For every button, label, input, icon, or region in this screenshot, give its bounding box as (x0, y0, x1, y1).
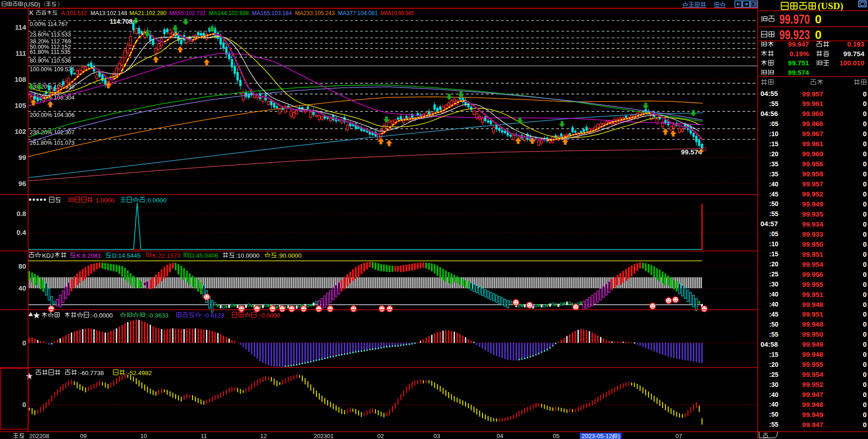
svg-text:0: 0 (863, 230, 867, 238)
svg-text:99.958: 99.958 (802, 170, 823, 178)
svg-text:0: 0 (815, 12, 821, 26)
svg-text:105: 105 (15, 101, 26, 109)
svg-text::25: :25 (769, 371, 778, 378)
svg-text:96: 96 (18, 180, 26, 187)
svg-text:0: 0 (863, 330, 867, 338)
svg-text::35: :35 (769, 170, 778, 178)
svg-text:261.80% 101.073: 261.80% 101.073 (30, 140, 75, 146)
svg-text:0: 0 (863, 130, 867, 138)
svg-text:0: 0 (863, 291, 867, 298)
svg-text:07: 07 (675, 433, 682, 439)
svg-text::35: :35 (769, 160, 778, 168)
svg-text::45: :45 (769, 190, 778, 198)
svg-text:MA165:103.184: MA165:103.184 (252, 10, 292, 16)
svg-text:04:58: 04:58 (761, 340, 778, 348)
svg-text:99.947: 99.947 (802, 421, 823, 428)
svg-text:99.948: 99.948 (802, 301, 823, 308)
svg-text:K:8.2081: K:8.2081 (76, 252, 101, 259)
svg-text::50: :50 (769, 321, 778, 328)
svg-text:99.574: 99.574 (788, 69, 809, 76)
svg-text::25: :25 (769, 270, 778, 278)
svg-text:108: 108 (15, 75, 26, 83)
svg-text:99.954: 99.954 (802, 370, 824, 378)
svg-text:MA13:102.148: MA13:102.148 (91, 10, 127, 16)
svg-text:99.574: 99.574 (681, 148, 702, 156)
svg-text:99.955: 99.955 (802, 360, 823, 368)
svg-text:K:22.1573: K:22.1573 (152, 252, 181, 259)
svg-text:99.961: 99.961 (802, 140, 823, 148)
svg-text:0: 0 (863, 170, 867, 178)
svg-text:102: 102 (15, 127, 26, 135)
svg-text:MA377:104.081: MA377:104.081 (338, 10, 378, 16)
svg-text:MA610:99.945: MA610:99.945 (380, 10, 414, 16)
svg-text::10.0000: :10.0000 (236, 252, 260, 259)
svg-text:0: 0 (863, 381, 867, 388)
svg-text::05: :05 (769, 230, 778, 238)
svg-text:): ) (618, 433, 620, 439)
svg-text:0: 0 (863, 340, 867, 348)
svg-text:202301: 202301 (314, 433, 333, 439)
svg-text:99.951: 99.951 (802, 291, 823, 298)
svg-text:0: 0 (863, 140, 867, 148)
svg-text:99.948: 99.948 (802, 320, 823, 328)
svg-text:0: 0 (863, 370, 867, 378)
svg-text:0.193: 0.193 (847, 40, 864, 48)
svg-text::-0.0000: :-0.0000 (90, 312, 113, 319)
svg-text:0.8: 0.8 (16, 210, 26, 217)
svg-text:12: 12 (260, 433, 267, 439)
svg-text:0: 0 (863, 110, 867, 117)
svg-text::-60.7738: :-60.7738 (78, 370, 104, 376)
svg-text::50: :50 (769, 411, 778, 418)
svg-text:(USD)〈: (USD)〈 (24, 1, 46, 8)
svg-text::05: :05 (769, 120, 778, 127)
svg-text:99.957: 99.957 (802, 90, 823, 98)
svg-text:0: 0 (863, 401, 867, 408)
svg-text:99.949: 99.949 (802, 340, 823, 348)
svg-text:0: 0 (863, 200, 867, 208)
svg-text:0: 0 (863, 150, 867, 158)
svg-text:MA144:102.938: MA144:102.938 (209, 10, 249, 16)
svg-text:K: K (29, 9, 34, 16)
svg-text:99.961: 99.961 (802, 100, 823, 107)
svg-text:03: 03 (434, 433, 440, 439)
svg-text:0: 0 (863, 301, 867, 308)
svg-text:99.948: 99.948 (802, 401, 823, 408)
svg-text:99.947: 99.947 (788, 40, 809, 48)
svg-text:0: 0 (863, 350, 867, 358)
svg-text::-0.6123: :-0.6123 (202, 312, 225, 319)
svg-text::30: :30 (769, 280, 778, 288)
svg-text:99.949: 99.949 (802, 411, 823, 418)
svg-text:100.010: 100.010 (840, 59, 864, 67)
svg-text:111: 111 (16, 49, 26, 57)
svg-text:99.970: 99.970 (779, 12, 810, 26)
svg-text:80.90% 110.536: 80.90% 110.536 (30, 58, 71, 64)
svg-text::20: :20 (769, 260, 778, 268)
svg-text:0: 0 (863, 260, 867, 268)
svg-text:40: 40 (18, 284, 26, 292)
svg-text:04:55: 04:55 (761, 90, 778, 97)
svg-text:99.949: 99.949 (802, 200, 823, 208)
svg-text:0: 0 (863, 120, 867, 127)
svg-text::55: :55 (769, 100, 778, 107)
svg-text:MA21:102.280: MA21:102.280 (129, 10, 166, 16)
svg-text:99.957: 99.957 (802, 180, 823, 188)
svg-text:0: 0 (863, 190, 867, 198)
svg-text:2023-05-12(: 2023-05-12( (582, 433, 614, 439)
svg-text:99.955: 99.955 (802, 280, 823, 288)
svg-text::-0.3633: :-0.3633 (146, 312, 169, 319)
svg-text::55: :55 (769, 331, 778, 338)
svg-text:99.952: 99.952 (802, 381, 823, 388)
svg-text::50: :50 (769, 200, 778, 207)
svg-text:02: 02 (377, 433, 384, 439)
svg-text::-52.4982: :-52.4982 (126, 370, 152, 376)
svg-text::40: :40 (769, 291, 778, 298)
svg-text::30: :30 (769, 381, 778, 388)
svg-text:11: 11 (201, 433, 207, 439)
svg-text:0.4: 0.4 (16, 228, 27, 236)
svg-text:0.19%: 0.19% (789, 50, 809, 58)
svg-text:MA233:105.243: MA233:105.243 (295, 10, 335, 16)
svg-text:99.754: 99.754 (843, 50, 865, 58)
svg-text:114.708: 114.708 (110, 18, 133, 25)
svg-text:99.960: 99.960 (802, 150, 823, 158)
svg-text::15: :15 (769, 140, 778, 148)
